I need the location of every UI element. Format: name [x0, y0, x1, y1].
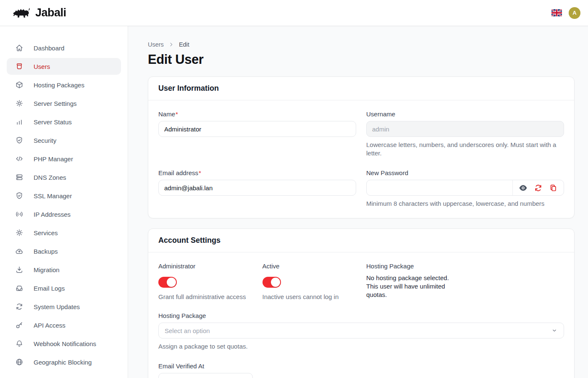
sidebar-item-backups[interactable]: Backups — [7, 243, 121, 260]
sidebar-item-label: SSL Manager — [34, 192, 72, 200]
account-settings-card: Account Settings Administrator Grant ful… — [148, 228, 575, 378]
active-toggle-group: Active Inactive users cannot log in — [262, 262, 357, 300]
select-placeholder: Select an option — [165, 327, 210, 334]
password-field-group: New Password — [366, 169, 564, 208]
gear-icon — [15, 99, 24, 108]
sidebar-item-server-status[interactable]: Server Status — [7, 113, 121, 130]
administrator-help-text: Grant full administrative access — [158, 293, 252, 300]
chevron-right-icon — [168, 41, 175, 48]
administrator-toggle[interactable] — [158, 277, 177, 288]
sidebar-item-label: PHP Manager — [34, 155, 73, 163]
user-information-card: User Information Name* Username Lowercas… — [148, 76, 575, 218]
username-help-text: Lowercase letters, numbers, and undersco… — [366, 141, 564, 158]
sidebar-item-label: Hosting Packages — [34, 81, 84, 89]
active-label: Active — [262, 262, 357, 270]
username-field-group: Username Lowercase letters, numbers, and… — [366, 110, 564, 158]
username-label: Username — [366, 110, 564, 118]
download-icon — [15, 265, 24, 274]
brand-name: Jabali — [35, 6, 66, 19]
name-field-group: Name* — [158, 110, 356, 158]
code-icon — [15, 155, 24, 163]
hosting-package-summary-text: No hosting package selected. This user w… — [366, 274, 460, 299]
sidebar-item-dns-zones[interactable]: DNS Zones — [7, 169, 121, 186]
signal-icon — [15, 210, 24, 218]
email-label: Email address — [158, 169, 198, 176]
sidebar-nav: DashboardUsersHosting PackagesServer Set… — [7, 39, 121, 370]
sidebar: DashboardUsersHosting PackagesServer Set… — [0, 26, 128, 378]
active-toggle[interactable] — [262, 277, 281, 288]
name-input[interactable] — [158, 121, 356, 137]
sidebar-item-users[interactable]: Users — [7, 58, 121, 75]
active-help-text: Inactive users cannot log in — [262, 293, 357, 300]
bar-chart-icon — [15, 118, 24, 126]
globe-icon — [15, 358, 24, 366]
email-verified-date-input[interactable]: dd/mm/yyyy --:-- — [158, 373, 253, 378]
username-input — [366, 121, 564, 137]
sidebar-item-webhook-notifications[interactable]: Webhook Notifications — [7, 335, 121, 352]
sidebar-item-dashboard[interactable]: Dashboard — [7, 39, 121, 56]
sidebar-item-label: DNS Zones — [34, 174, 66, 181]
user-avatar[interactable]: A — [569, 7, 580, 19]
administrator-label: Administrator — [158, 262, 252, 270]
sidebar-item-services[interactable]: Services — [7, 224, 121, 241]
sidebar-item-ssl-manager[interactable]: SSL Manager — [7, 187, 121, 204]
breadcrumb: Users Edit — [148, 41, 575, 48]
sidebar-item-label: Dashboard — [34, 45, 64, 52]
sidebar-item-label: Migration — [34, 266, 60, 273]
inbox-icon — [15, 284, 24, 292]
email-verified-label: Email Verified At — [158, 362, 564, 370]
main-content: Users Edit Edit User User Information Na… — [128, 26, 588, 378]
sidebar-item-label: Backups — [34, 248, 58, 255]
name-label: Name — [158, 110, 175, 118]
sidebar-item-label: Security — [34, 137, 56, 144]
sidebar-item-migration[interactable]: Migration — [7, 261, 121, 278]
shield-icon — [15, 136, 24, 144]
home-icon — [15, 44, 24, 52]
sidebar-item-server-settings[interactable]: Server Settings — [7, 95, 121, 112]
uk-flag-language-icon[interactable] — [551, 9, 562, 16]
sidebar-item-geographic-blocking[interactable]: Geographic Blocking — [7, 354, 121, 370]
hosting-package-select[interactable]: Select an option — [158, 323, 564, 339]
card-title-user-information: User Information — [158, 84, 219, 92]
server-icon — [15, 173, 24, 181]
cube-icon — [15, 81, 24, 89]
page-title: Edit User — [148, 52, 575, 67]
password-help-text: Minimum 8 characters with uppercase, low… — [366, 200, 564, 208]
sidebar-item-security[interactable]: Security — [7, 132, 121, 149]
sidebar-item-php-manager[interactable]: PHP Manager — [7, 150, 121, 167]
users-box-icon — [15, 62, 24, 71]
hosting-package-select-label: Hosting Package — [158, 312, 564, 319]
brand[interactable]: Jabali — [12, 6, 66, 20]
sidebar-item-label: Server Settings — [34, 100, 77, 107]
cloud-up-icon — [15, 247, 24, 255]
gear-icon — [15, 228, 24, 237]
generate-password-refresh-icon[interactable] — [534, 184, 543, 192]
sidebar-item-label: Geographic Blocking — [34, 359, 92, 366]
sidebar-item-label: Email Logs — [34, 285, 65, 292]
sidebar-item-hosting-packages[interactable]: Hosting Packages — [7, 76, 121, 93]
required-asterisk: * — [199, 169, 201, 176]
sidebar-item-label: System Updates — [34, 303, 80, 310]
chevron-down-icon — [551, 327, 558, 334]
breadcrumb-users[interactable]: Users — [148, 41, 164, 48]
sidebar-item-api-access[interactable]: API Access — [7, 317, 121, 333]
sidebar-item-label: API Access — [34, 322, 66, 329]
bell-icon — [15, 339, 24, 348]
email-verified-group: Email Verified At dd/mm/yyyy --:-- — [158, 362, 564, 378]
breadcrumb-edit: Edit — [179, 41, 189, 48]
sidebar-item-label: Webhook Notifications — [34, 340, 96, 347]
show-password-eye-icon[interactable] — [519, 184, 528, 192]
sidebar-item-label: Server Status — [34, 118, 72, 126]
sidebar-item-label: IP Addresses — [34, 211, 71, 218]
required-asterisk: * — [176, 110, 178, 118]
copy-password-clipboard-icon[interactable] — [549, 184, 558, 192]
sidebar-item-ip-addresses[interactable]: IP Addresses — [7, 206, 121, 223]
new-password-label: New Password — [366, 169, 564, 176]
hosting-package-summary: Hosting Package No hosting package selec… — [366, 262, 460, 300]
new-password-input[interactable] — [367, 180, 512, 195]
card-title-account-settings: Account Settings — [158, 236, 220, 244]
sidebar-item-system-updates[interactable]: System Updates — [7, 298, 121, 315]
sidebar-item-label: Users — [34, 63, 50, 70]
sidebar-item-email-logs[interactable]: Email Logs — [7, 280, 121, 297]
email-input[interactable] — [158, 180, 356, 196]
